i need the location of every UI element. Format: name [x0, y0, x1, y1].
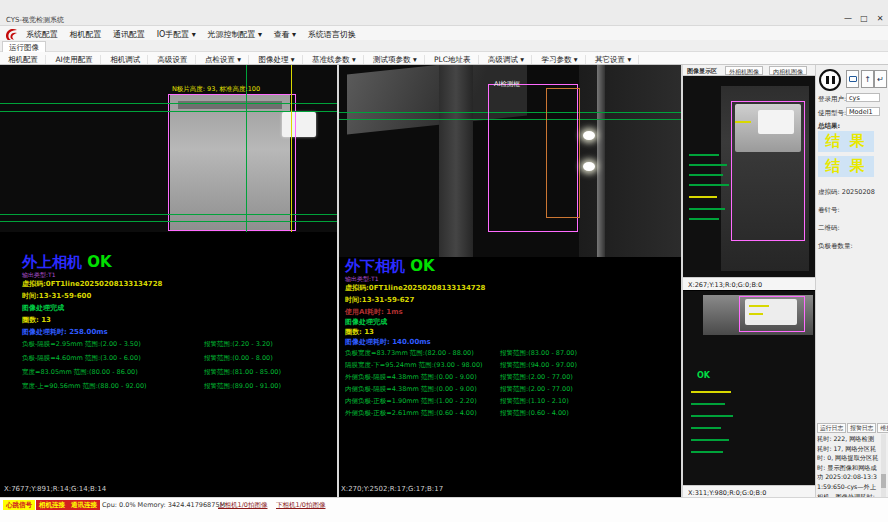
- middle-alarm-row: 报警范围:(83.00 - 87.00): [500, 349, 577, 358]
- left-alarm-row: 报警范围:(89.00 - 91.00): [204, 382, 281, 391]
- pin-number-label: 卷针号:: [818, 206, 840, 215]
- total-result-label: 总结果:: [818, 122, 840, 131]
- machine-right: [579, 65, 681, 257]
- camera-button[interactable]: [846, 70, 859, 88]
- left-alarm-row: 报警范围:(2.20 - 3.20): [204, 340, 273, 349]
- tool-camera-config[interactable]: 相机配置: [8, 55, 46, 64]
- cpu-memory-status: Cpu: 0.0% Memory: 3424.41796875M: [102, 501, 225, 509]
- middle-ai-elapsed: 使用AI耗时: 1ms: [345, 307, 403, 317]
- menu-view[interactable]: 查看 ▾: [274, 30, 297, 39]
- tab-outer-camera-view[interactable]: 外相机图像: [725, 66, 763, 75]
- log-text[interactable]: 耗时: 222, 网络检测耗时: 17, 网络分区耗时: 0, 网络提取分区耗时…: [817, 434, 879, 498]
- camera-connect-badge: 相机连接: [36, 500, 68, 510]
- menu-camera-config[interactable]: 相机配置: [70, 30, 102, 39]
- comm-connect-badge: 通讯连接: [68, 500, 100, 510]
- lower-camera-capture-link[interactable]: 下相机1/0拍图像: [276, 501, 325, 510]
- menu-io-config[interactable]: IO手配置 ▾: [157, 30, 196, 39]
- preview-header: 图像显示区 外相机图像 内相机图像: [683, 65, 815, 76]
- menu-comm-config[interactable]: 通讯配置: [113, 30, 145, 39]
- tool-test-params[interactable]: 测试项参数 ▾: [373, 55, 425, 64]
- left-camera-image[interactable]: N极片高度: 93, 标准高度:100: [0, 65, 337, 232]
- title-bar: [0, 0, 888, 26]
- left-measure-row: 宽度-上=90.56mm 范围:(88.00 - 92.00): [22, 382, 147, 391]
- tab-strip: [0, 40, 888, 52]
- tool-advanced-debug[interactable]: 高级调试 ▾: [488, 55, 532, 64]
- enter-button[interactable]: ↵: [874, 70, 887, 88]
- middle-barcode: 虚拟码:0FT1line20250208133134728: [345, 283, 485, 293]
- left-alarm-row: 报警范围:(81.00 - 85.00): [204, 368, 281, 377]
- left-measure-row: 负极-隔膜=4.60mm 范围:(3.00 - 6.00): [22, 354, 141, 363]
- login-user-value[interactable]: cys: [846, 93, 880, 102]
- middle-measure-row: 内侧负极-正极=1.90mm 范围:(1.00 - 2.20): [345, 397, 477, 406]
- preview-top-image[interactable]: [683, 76, 815, 277]
- menu-light-config[interactable]: 光源控制配置 ▾: [207, 30, 262, 39]
- middle-overlay-label: AI检测框: [494, 80, 520, 89]
- pause-icon: [832, 76, 835, 84]
- heartbeat-badge: 心跳信号: [3, 500, 35, 510]
- left-done-status: 图像处理完成: [22, 303, 64, 313]
- tab-maintenance-log[interactable]: 维护日志: [877, 423, 888, 433]
- middle-camera-image[interactable]: AI检测框: [339, 65, 681, 257]
- tool-plc-address[interactable]: PLC地址表: [434, 55, 478, 64]
- close-button[interactable]: ✕: [872, 12, 888, 25]
- middle-done-status: 图像处理完成: [345, 317, 387, 327]
- middle-measure-row: 外侧负极-隔膜=4.38mm 范围:(0.00 - 9.00): [345, 373, 477, 382]
- upper-camera-capture-link[interactable]: 上相机1/0拍图像: [218, 501, 267, 510]
- log-scrollbar[interactable]: [881, 434, 886, 498]
- middle-alarm-row: 报警范围:(0.60 - 4.00): [500, 409, 569, 418]
- tab-run-image[interactable]: 运行图像: [2, 41, 46, 52]
- machine-column: [439, 65, 473, 257]
- maximize-button[interactable]: □: [856, 12, 872, 25]
- middle-elapsed: 图像处理耗时: 140.00ms: [345, 337, 431, 347]
- tool-learning-params[interactable]: 学习参数 ▾: [541, 55, 585, 64]
- tool-other-settings[interactable]: 其它设置 ▾: [595, 55, 639, 64]
- left-measure-row: 宽度=83.05mm 范围:(80.00 - 86.00): [22, 368, 138, 377]
- left-turn-count: 圈数: 13: [22, 315, 51, 325]
- tab-run-log[interactable]: 运行日志: [817, 423, 846, 433]
- ai-detect-box: [546, 88, 580, 218]
- left-time: 时间:13-31-59-600: [22, 291, 91, 301]
- tool-spot-check[interactable]: 点检设置 ▾: [205, 55, 249, 64]
- tool-ai-config[interactable]: AI使用配置: [55, 55, 100, 64]
- left-camera-ok-status: OK: [87, 253, 111, 271]
- pause-icon: [826, 76, 829, 84]
- left-measure-row: 负极-隔膜=2.95mm 范围:(2.00 - 3.50): [22, 340, 141, 349]
- window-title: CYS-视觉检测系统: [6, 15, 64, 25]
- middle-alarm-row: 报警范围:(94.00 - 97.00): [500, 361, 577, 370]
- toolbar-items: 相机配置 AI使用配置 相机调试 高级设置 点检设置 ▾ 图像处理 ▾ 基准线参…: [8, 55, 646, 65]
- middle-time: 时间:13-31-59-627: [345, 295, 414, 305]
- result-box-bottom: 结 果: [818, 156, 874, 177]
- preview-header-label: 图像显示区: [687, 67, 717, 76]
- arrow-up-button[interactable]: ↑: [861, 70, 874, 88]
- tool-baseline-params[interactable]: 基准线参数 ▾: [312, 55, 364, 64]
- tool-advanced-settings[interactable]: 高级设置: [158, 55, 196, 64]
- app-window: CYS-视觉检测系统 — □ ✕ 系统配置 相机配置 通讯配置 IO手配置 ▾ …: [0, 0, 888, 522]
- middle-measure-row: 外侧负极-正极=2.61mm 范围:(0.60 - 4.00): [345, 409, 477, 418]
- anode-roll-count-label: 负极卷数量:: [818, 242, 853, 251]
- left-overlay-label: N极片高度: 93, 标准高度:100: [172, 85, 260, 94]
- tab-alarm-log[interactable]: 报警日志: [847, 423, 876, 433]
- model-label: 使用型号:: [818, 109, 846, 118]
- tool-image-processing[interactable]: 图像处理 ▾: [258, 55, 302, 64]
- preview-bottom-image[interactable]: OK: [683, 291, 815, 485]
- pause-button[interactable]: [819, 69, 841, 91]
- minimize-button[interactable]: —: [840, 12, 856, 25]
- middle-pixel-coords: X:270;Y:2502;R:17;G:17;B:17: [341, 485, 443, 493]
- menu-items: 系统配置 相机配置 通讯配置 IO手配置 ▾ 光源控制配置 ▾ 查看 ▾ 系统语…: [26, 29, 365, 40]
- menu-system-config[interactable]: 系统配置: [26, 30, 58, 39]
- left-elapsed: 图像处理耗时: 258.00ms: [22, 327, 108, 337]
- model-value[interactable]: Model1: [846, 107, 880, 116]
- left-barcode: 虚拟码:0FT1line20250208133134728: [22, 279, 162, 289]
- tool-camera-debug[interactable]: 相机调试: [110, 55, 148, 64]
- middle-alarm-row: 报警范围:(2.00 - 77.00): [500, 373, 573, 382]
- middle-measure-row: 内侧负极-隔膜=4.38mm 范围:(0.00 - 9.00): [345, 385, 477, 394]
- middle-camera-title: 外下相机 OK: [345, 257, 435, 276]
- preview-bottom-coords: X:311;Y:980;R:0;G:0;B:0: [688, 489, 766, 497]
- left-camera-title: 外上相机 OK: [22, 253, 112, 272]
- left-alarm-row: 报警范围:(0.00 - 8.00): [204, 354, 273, 363]
- left-pixel-coords: X:7677;Y:891;R:14;G:14;B:14: [4, 485, 106, 493]
- tab-inner-camera-view[interactable]: 内相机图像: [769, 66, 807, 75]
- login-user-label: 登录用户:: [818, 95, 846, 104]
- menu-language-switch[interactable]: 系统语言切换: [308, 30, 356, 39]
- log-scroll-thumb[interactable]: [881, 474, 886, 488]
